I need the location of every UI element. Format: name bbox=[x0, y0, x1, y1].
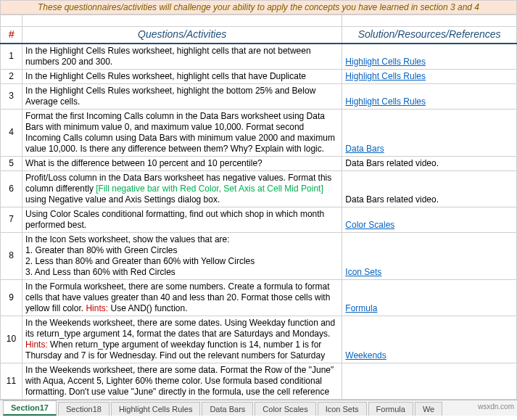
hint-red: Hints: bbox=[25, 339, 48, 350]
sheet-tab[interactable]: Color Scales bbox=[255, 402, 315, 416]
sheet-tab[interactable]: We bbox=[415, 402, 442, 416]
row-number: 1 bbox=[1, 44, 22, 70]
row-number: 9 bbox=[1, 279, 22, 316]
question-cell: In the Weekends worksheet, there are som… bbox=[22, 363, 342, 399]
header-questions: Questions/Activities bbox=[22, 27, 342, 44]
questions-table: # Questions/Activities Solution/Resource… bbox=[0, 15, 517, 400]
solution-link[interactable]: Highlight Cells Rules bbox=[345, 57, 426, 67]
solution-link[interactable]: Color Scales bbox=[345, 220, 394, 230]
header-row: # Questions/Activities Solution/Resource… bbox=[1, 27, 517, 44]
sheet-tab-bar: Section17Section18Highlight Cells RulesD… bbox=[0, 400, 517, 416]
table-row: 10In the Weekends worksheet, there are s… bbox=[1, 316, 517, 363]
sheet-tab[interactable]: Section17 bbox=[3, 400, 57, 416]
solution-cell: Icon Sets bbox=[342, 232, 517, 279]
solution-cell: Weekends bbox=[342, 316, 517, 363]
row-number: 2 bbox=[1, 69, 22, 83]
table-row: 4Format the first Incoming Calls column … bbox=[1, 109, 517, 156]
solution-cell: Data Bars related video. bbox=[342, 170, 517, 207]
solution-cell: Highlight Cells Rules bbox=[342, 83, 517, 109]
table-row: 1In the Highlight Cells Rules worksheet,… bbox=[1, 44, 517, 70]
table-row: 11In the Weekends worksheet, there are s… bbox=[1, 363, 517, 399]
sheet-tab[interactable]: Highlight Cells Rules bbox=[111, 402, 201, 416]
solution-link[interactable]: Icon Sets bbox=[345, 267, 381, 277]
row-number: 8 bbox=[1, 232, 22, 279]
solution-link[interactable]: Formula bbox=[345, 303, 377, 313]
solution-cell: Data Bars related video. bbox=[342, 156, 517, 170]
table-row: 3In the Highlight Cells Rules worksheet,… bbox=[1, 83, 517, 109]
solution-link[interactable]: Highlight Cells Rules bbox=[345, 96, 426, 107]
sheet-tab[interactable]: Data Bars bbox=[202, 402, 253, 416]
question-cell: In the Highlight Cells Rules worksheet, … bbox=[22, 44, 342, 70]
watermark: wsxdn.com bbox=[478, 403, 514, 411]
hint-green: [Fill negative bar with Red Color, Set A… bbox=[96, 184, 323, 194]
table-row: 2In the Highlight Cells Rules worksheet,… bbox=[1, 69, 517, 83]
sheet-tab[interactable]: Section18 bbox=[58, 402, 109, 416]
solution-cell: Highlight Cells Rules bbox=[342, 44, 517, 70]
question-cell: What is the difference between 10 percen… bbox=[22, 156, 342, 170]
row-number: 4 bbox=[1, 109, 22, 156]
question-cell: Format the first Incoming Calls column i… bbox=[22, 109, 342, 156]
hint-red: Hints: bbox=[86, 303, 108, 313]
solution-cell: Color Scales bbox=[342, 207, 517, 232]
row-number: 3 bbox=[1, 83, 22, 109]
solution-link[interactable]: Weekends bbox=[345, 350, 386, 361]
header-solution: Solution/Resources/References bbox=[342, 27, 517, 44]
solution-cell bbox=[342, 363, 517, 399]
solution-cell: Highlight Cells Rules bbox=[342, 69, 517, 83]
solution-cell: Formula bbox=[342, 279, 517, 316]
question-cell: In the Highlight Cells Rules worksheet, … bbox=[22, 83, 342, 109]
table-row: 8In the Icon Sets worksheet, show the va… bbox=[1, 232, 517, 279]
intro-banner: These questionnaires/activities will cha… bbox=[0, 0, 517, 15]
row-number: 10 bbox=[1, 316, 22, 363]
table-row: 7Using Color Scales conditional formatti… bbox=[1, 207, 517, 232]
header-num: # bbox=[1, 27, 22, 44]
table-row: 5What is the difference between 10 perce… bbox=[1, 156, 517, 170]
question-cell: In the Formula worksheet, there are some… bbox=[22, 279, 342, 316]
solution-link[interactable]: Data Bars bbox=[345, 144, 384, 154]
question-cell: In the Icon Sets worksheet, show the val… bbox=[22, 232, 342, 279]
row-number: 6 bbox=[1, 170, 22, 207]
sheet-tab[interactable]: Icon Sets bbox=[318, 402, 367, 416]
solution-cell: Data Bars bbox=[342, 109, 517, 156]
sheet-tab[interactable]: Formula bbox=[368, 402, 413, 416]
row-number: 11 bbox=[1, 363, 22, 399]
question-cell: In the Highlight Cells Rules worksheet, … bbox=[22, 69, 342, 83]
table-row: 9In the Formula worksheet, there are som… bbox=[1, 279, 517, 316]
question-cell: Using Color Scales conditional formattin… bbox=[22, 207, 342, 232]
question-cell: In the Weekends worksheet, there are som… bbox=[22, 316, 342, 363]
table-row: 6Profit/Loss column in the Data Bars wor… bbox=[1, 170, 517, 207]
solution-link[interactable]: Highlight Cells Rules bbox=[345, 71, 426, 81]
row-number: 5 bbox=[1, 156, 22, 170]
question-cell: Profit/Loss column in the Data Bars work… bbox=[22, 170, 342, 207]
row-number: 7 bbox=[1, 207, 22, 232]
